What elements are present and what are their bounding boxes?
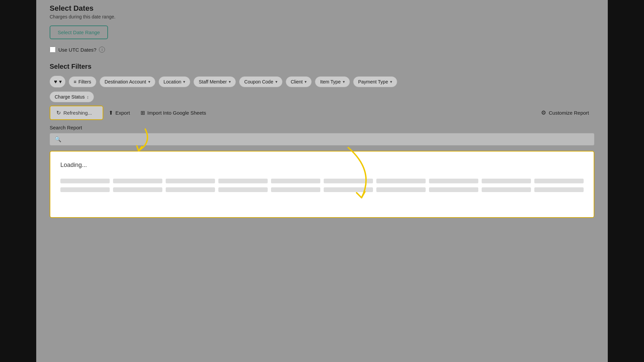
favorite-filter-button[interactable]: ♥ ▾	[50, 76, 65, 87]
search-report-section: Search Report 🔍	[50, 125, 594, 145]
search-input-wrapper: 🔍	[50, 133, 594, 145]
skeleton-cell	[113, 187, 162, 192]
select-dates-subtitle: Charges during this date range.	[50, 14, 594, 19]
import-google-sheets-button[interactable]: ⊞ Import Into Google Sheets	[135, 106, 211, 119]
export-button[interactable]: ⬆ Export	[103, 106, 135, 119]
coupon-code-label: Coupon Code	[244, 79, 273, 84]
destination-account-label: Destination Account	[105, 79, 146, 84]
payment-type-label: Payment Type	[358, 79, 388, 84]
skeleton-cell	[324, 179, 373, 183]
skeleton-cell	[218, 187, 268, 192]
skeleton-cell	[429, 187, 478, 192]
search-report-title: Search Report	[50, 125, 594, 130]
select-dates-title: Select Dates	[50, 4, 594, 13]
main-content: Select Dates Charges during this date ra…	[36, 0, 608, 362]
loading-box: Loading...	[50, 151, 594, 218]
favorite-chevron-icon: ▾	[59, 78, 62, 85]
item-type-filter-button[interactable]: Item Type ▾	[315, 76, 350, 87]
filter-lines-icon: ≡	[74, 79, 76, 84]
filters-row: ♥ ▾ ≡ Filters Destination Account ▾ Loca…	[50, 76, 594, 87]
skeleton-lines	[60, 179, 584, 192]
right-sidebar	[608, 0, 644, 362]
skeleton-cell	[482, 187, 531, 192]
skeleton-cell	[60, 179, 110, 183]
payment-type-chevron-icon: ▾	[390, 79, 392, 84]
coupon-code-chevron-icon: ▾	[275, 79, 277, 84]
client-filter-button[interactable]: Client ▾	[286, 76, 312, 87]
location-label: Location	[164, 79, 181, 84]
left-sidebar	[0, 0, 36, 362]
staff-member-filter-button[interactable]: Staff Member ▾	[194, 76, 236, 87]
select-dates-section: Select Dates Charges during this date ra…	[50, 4, 594, 53]
charge-status-cursor-icon: ↕	[87, 95, 89, 100]
skeleton-cell	[271, 179, 320, 183]
export-icon: ⬆	[109, 110, 113, 116]
charge-status-button[interactable]: Charge Status ↕	[50, 92, 94, 102]
customize-report-button[interactable]: ⚙ Customize Report	[536, 106, 594, 120]
customize-report-label: Customize Report	[549, 110, 589, 116]
skeleton-row-1	[60, 179, 584, 183]
filters-label: Filters	[78, 79, 91, 84]
import-google-sheets-label: Import Into Google Sheets	[147, 110, 206, 116]
select-date-range-button[interactable]: Select Date Range	[50, 25, 108, 39]
skeleton-cell	[271, 187, 320, 192]
refresh-spin-icon: ↻	[56, 110, 61, 116]
skeleton-cell	[376, 179, 426, 183]
select-filters-title: Select Filters	[50, 63, 594, 70]
staff-member-chevron-icon: ▾	[229, 79, 231, 84]
charge-status-row: Charge Status ↕	[50, 92, 594, 102]
skeleton-cell	[166, 187, 215, 192]
skeleton-cell	[376, 187, 426, 192]
export-label: Export	[115, 110, 130, 116]
skeleton-cell	[324, 187, 373, 192]
skeleton-cell	[113, 179, 162, 183]
skeleton-cell	[60, 187, 110, 192]
info-icon[interactable]: i	[99, 47, 105, 53]
staff-member-label: Staff Member	[199, 79, 227, 84]
refreshing-label: Refreshing...	[63, 110, 92, 116]
utc-dates-row: Use UTC Dates? i	[50, 47, 594, 53]
payment-type-filter-button[interactable]: Payment Type ▾	[353, 76, 397, 87]
heart-icon: ♥	[54, 79, 57, 85]
skeleton-row-2	[60, 187, 584, 192]
search-input[interactable]	[64, 136, 589, 142]
destination-account-chevron-icon: ▾	[148, 79, 150, 84]
skeleton-cell	[166, 179, 215, 183]
item-type-label: Item Type	[320, 79, 340, 84]
utc-dates-checkbox[interactable]	[50, 47, 56, 53]
item-type-chevron-icon: ▾	[343, 79, 345, 84]
coupon-code-filter-button[interactable]: Coupon Code ▾	[239, 76, 282, 87]
skeleton-cell	[218, 179, 268, 183]
refreshing-button[interactable]: ↻ Refreshing...	[50, 106, 103, 120]
filters-button[interactable]: ≡ Filters	[69, 76, 96, 87]
utc-dates-label: Use UTC Dates?	[58, 47, 96, 53]
client-chevron-icon: ▾	[305, 79, 307, 84]
skeleton-cell	[482, 179, 531, 183]
skeleton-cell	[534, 179, 584, 183]
loading-text: Loading...	[60, 162, 584, 169]
toolbar-row: ↻ Refreshing... ⬆ Export ⊞ Import Into G…	[50, 106, 594, 120]
gear-icon: ⚙	[541, 109, 546, 116]
charge-status-label: Charge Status	[55, 94, 85, 100]
select-filters-section: Select Filters ♥ ▾ ≡ Filters Destination…	[50, 63, 594, 102]
search-icon: 🔍	[55, 136, 61, 142]
destination-account-filter-button[interactable]: Destination Account ▾	[100, 76, 155, 87]
location-filter-button[interactable]: Location ▾	[159, 76, 191, 87]
skeleton-cell	[429, 179, 478, 183]
client-label: Client	[291, 79, 303, 84]
skeleton-cell	[534, 187, 584, 192]
google-sheets-icon: ⊞	[141, 110, 145, 116]
location-chevron-icon: ▾	[183, 79, 185, 84]
